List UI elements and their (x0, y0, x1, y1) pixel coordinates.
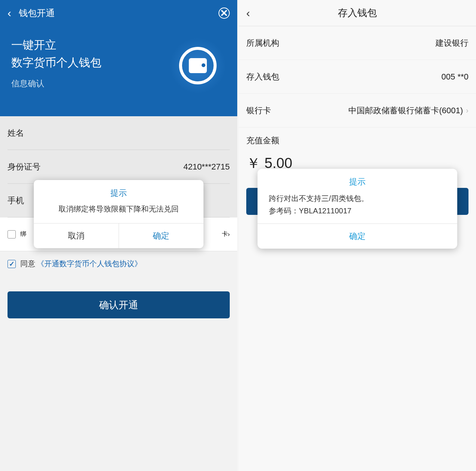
org-label: 所属机构 (246, 38, 279, 49)
ok-button[interactable]: 确定 (258, 224, 457, 249)
chevron-right-icon: › (466, 106, 468, 115)
dialog-message: 取消绑定将导致限额下降和无法兑回 (34, 204, 203, 223)
ok-button[interactable]: 确定 (119, 224, 204, 248)
wallet-label: 存入钱包 (246, 71, 279, 82)
wallet-row: 存入钱包 005 **0 (239, 60, 476, 94)
org-value: 建设银行 (279, 38, 468, 49)
dialog-message: 跨行对出不支持三/四类钱包。 (258, 194, 457, 206)
amount-label: 充值金额 (239, 128, 476, 154)
wallet-value: 005 **0 (279, 72, 468, 82)
unbind-dialog: 提示 取消绑定将导致限额下降和无法兑回 取消 确定 (34, 180, 203, 248)
dialog-title: 提示 (34, 180, 203, 204)
error-dialog: 提示 跨行对出不支持三/四类钱包。 参考码：YBLA12110017 确定 (258, 169, 457, 249)
right-phone-screen: ‹ 存入钱包 所属机构 建设银行 存入钱包 005 **0 银行卡 中国邮政储蓄… (239, 0, 476, 471)
header-bar: ‹ 存入钱包 (239, 0, 476, 26)
dialog-ref: 参考码：YBLA12110017 (258, 206, 457, 224)
bank-card-row[interactable]: 银行卡 中国邮政储蓄银行储蓄卡(6001) › (239, 94, 476, 128)
card-label: 银行卡 (246, 105, 271, 116)
dialog-actions: 取消 确定 (34, 223, 203, 248)
cancel-button[interactable]: 取消 (34, 224, 119, 248)
org-row: 所属机构 建设银行 (239, 26, 476, 60)
left-phone-screen: ‹ 钱包开通 ✕ 一键开立 数字货币个人钱包 信息确认 姓名 身份证号 4210… (0, 0, 237, 471)
card-value: 中国邮政储蓄银行储蓄卡(6001) (271, 105, 463, 116)
dialog-title: 提示 (258, 169, 457, 194)
page-title: 存入钱包 (246, 6, 468, 20)
